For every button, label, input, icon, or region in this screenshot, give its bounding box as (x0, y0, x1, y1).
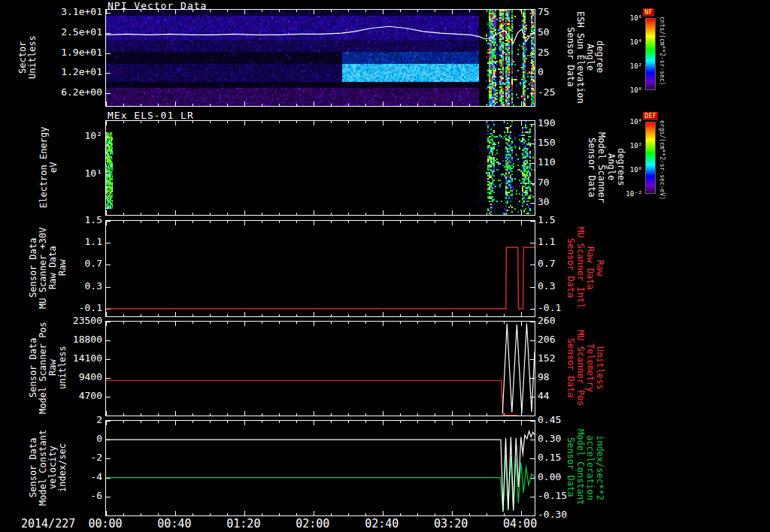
plot-els (105, 120, 535, 216)
right-tick-label: 1.5 (538, 215, 555, 225)
right-tick-label: 0 (538, 67, 544, 77)
right-tick-label: 0.30 (538, 434, 561, 444)
axis-label-line: Telemetry (585, 321, 595, 415)
colorbar-tick-label: 10⁰ (615, 166, 642, 174)
right-tick-label: 190 (538, 118, 555, 128)
plot-scanner-pos (105, 321, 535, 416)
axis-label-line: Raw (595, 220, 605, 316)
axis-label-line: Raw Data (585, 220, 595, 316)
right-tick-label: -0.15 (538, 491, 567, 501)
axis-label-line: index/sec**2 (595, 420, 605, 515)
left-tick-label: 6.2e+00 (47, 87, 102, 98)
axis-label-line: acceleration (585, 420, 595, 515)
axis-label-line: Sensor Data (565, 9, 575, 105)
right-tick-label: 70 (538, 177, 550, 188)
left-tick-label: 3.1e+01 (47, 7, 102, 17)
right-tick-label: 152 (538, 353, 555, 364)
left-axis-label: Sensor DataModel Scanner PosRawunitless (29, 321, 68, 415)
time-tick-label: 00:40 (148, 517, 201, 530)
right-tick-label: -0.1 (538, 303, 561, 313)
right-tick-label: 30 (538, 197, 550, 207)
axis-label-line: Angle (585, 9, 595, 105)
date-label: 2014/227 (21, 517, 75, 530)
colorbar-tick-label: 10⁶ (615, 14, 642, 22)
right-tick-label: 150 (538, 138, 555, 148)
axis-label-line: Unitless (595, 321, 605, 415)
right-tick-label: 98 (538, 372, 550, 382)
time-tick-label: 01:20 (217, 517, 270, 530)
left-tick-label: 1.9e+01 (47, 47, 102, 58)
right-axis-label: Sensor DataESH Sun ElevationAngledegree (565, 9, 605, 105)
right-tick-label: 206 (538, 334, 555, 345)
axis-label-line: MU Scanner Pos (575, 321, 585, 415)
right-tick-label: 44 (538, 391, 550, 401)
axis-label-line: Unitless (28, 9, 38, 105)
plot-npi (105, 9, 535, 107)
right-tick-label: 0.15 (538, 452, 561, 463)
axis-label-line: Model Scanner (596, 120, 606, 214)
right-tick-label: 0.7 (538, 258, 555, 269)
colorbar-nf-label: NF (643, 8, 654, 17)
right-tick-label: 25 (538, 47, 550, 58)
axis-label-line: eV (49, 120, 59, 214)
right-tick-label: 1.1 (538, 237, 555, 247)
axis-label-line: index/sec (58, 420, 68, 515)
left-tick-label: 2.5e+01 (47, 27, 102, 38)
axis-label-line: Sensor Data (587, 120, 596, 214)
right-tick-label: 260 (538, 316, 555, 326)
axis-label-line: ESH Sun Elevation (575, 9, 585, 105)
time-tick-label: 00:00 (79, 517, 132, 530)
right-tick-label: 50 (538, 27, 550, 38)
left-axis-label: SectorUnitless (18, 9, 38, 105)
colorbar-tick-label: 10⁰ (615, 86, 642, 94)
right-tick-label: 75 (538, 7, 550, 17)
right-axis-label: Sensor DataModel Constantaccelerationind… (565, 420, 605, 515)
colorbar-tick-label: 10⁴ (615, 118, 642, 125)
axis-label-line: Sensor Data (565, 220, 575, 316)
axis-label-line: degree (595, 9, 605, 105)
left-axis-label: Sensor DataMU Scanner +30VRaw DataRaw (29, 220, 68, 316)
right-tick-label: 0.00 (538, 472, 561, 482)
time-tick-label: 04:00 (494, 517, 547, 530)
panel-title-els: MEx ELS-01 LR (108, 110, 194, 121)
right-axis-label: Sensor DataMU Scanner PosTelemetryUnitle… (565, 321, 605, 415)
axis-label-line: unitless (58, 321, 68, 415)
axis-label-line: Model Constant (575, 420, 585, 515)
left-axis-label: Sensor DataModel Constantvelocityindex/s… (29, 420, 68, 515)
plot-model-constant (105, 420, 535, 516)
figure: NPI Vector Data MEx ELS-01 LR NF cnts/(c… (0, 0, 770, 532)
right-tick-label: -25 (538, 87, 555, 98)
time-tick-label: 02:40 (356, 517, 408, 530)
time-tick-label: 02:00 (286, 517, 339, 530)
colorbar-def (645, 122, 656, 194)
colorbar-def-units: ergs/(cm**2-sr-sec-eV) (659, 120, 665, 210)
plot-mu-30v (105, 220, 535, 317)
axis-label-line: MU Scanner Intl (575, 220, 585, 316)
colorbar-tick-label: 10² (615, 62, 642, 70)
axis-label-line: Sensor Data (565, 321, 575, 415)
time-tick-label: 03:20 (425, 517, 477, 530)
colorbar-nf-units: cnts/(cm**2-sr-sec) (659, 17, 665, 99)
left-axis-label: Electron EnergyeV (39, 120, 59, 214)
colorbar-tick-label: 10² (615, 142, 642, 150)
right-tick-label: 0.3 (538, 281, 555, 292)
colorbar-tick-label: 10⁴ (615, 38, 642, 46)
right-axis-label: Sensor DataMU Scanner IntlRaw DataRaw (565, 220, 605, 316)
right-tick-label: 110 (538, 157, 555, 168)
colorbar-def-label: DEF (643, 112, 658, 120)
axis-label-line: Sensor Data (565, 420, 575, 515)
right-tick-label: 0.45 (538, 415, 561, 425)
colorbar-tick-label: 10⁻² (615, 190, 642, 198)
axis-label-line: Raw (58, 220, 68, 316)
left-tick-label: 1.2e+01 (47, 67, 102, 77)
colorbar-nf (645, 18, 656, 90)
